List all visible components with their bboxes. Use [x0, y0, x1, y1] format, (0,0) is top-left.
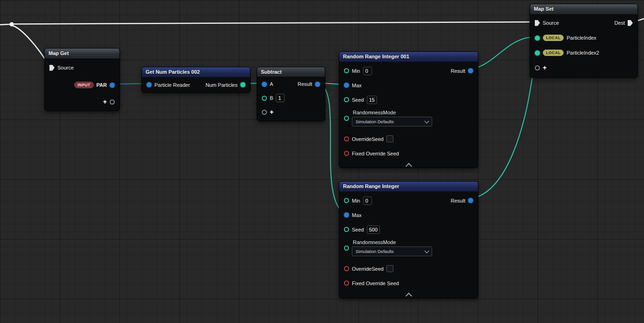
- rri-randomness-mode-pin[interactable]: [344, 246, 349, 251]
- rri-max-label: Max: [352, 212, 362, 218]
- input-namespace-badge: INPUT: [74, 82, 94, 88]
- rri001-seed-value-field[interactable]: 15: [367, 96, 377, 104]
- rri001-result-label: Result: [451, 68, 465, 74]
- rri-override-seed-label: OverrideSeed: [352, 266, 384, 272]
- rri-randomness-mode-label: RandomnessMode: [352, 239, 432, 245]
- rri001-min-label: Min: [352, 68, 360, 74]
- rri-randomness-mode-dropdown[interactable]: Simulation Defaults: [352, 246, 432, 256]
- rri001-seed-input-pin[interactable]: [344, 97, 349, 102]
- rri001-min-input-pin[interactable]: [344, 68, 349, 73]
- map-get-add-pin[interactable]: [110, 99, 115, 105]
- map-set-particleindex2-input-pin[interactable]: [535, 50, 540, 56]
- rri001-randomness-mode-label: RandomnessMode: [352, 110, 432, 115]
- chevron-up-icon: [405, 293, 412, 299]
- chevron-down-icon: [425, 248, 429, 253]
- map-set-particleindex-input-pin[interactable]: [535, 35, 540, 41]
- rri-result-output-pin[interactable]: [468, 198, 473, 203]
- map-get-source-label: Source: [57, 65, 74, 70]
- chevron-down-icon: [425, 119, 429, 123]
- wire-exec-main[interactable]: [14, 22, 536, 24]
- map-set-particleindex2-label: ParticleIndex2: [567, 50, 599, 56]
- subtract-add-pin-button[interactable]: +: [270, 109, 273, 115]
- rri001-override-seed-pin[interactable]: [344, 136, 349, 141]
- rri-randomness-mode-value: Simulation Defaults: [356, 249, 394, 254]
- map-set-dest-label: Dest: [614, 20, 625, 26]
- rri-fixed-override-seed-pin[interactable]: [344, 281, 349, 286]
- map-get-param-label: PAR: [97, 82, 107, 88]
- node-subtract-header[interactable]: Subtract: [257, 67, 325, 77]
- subtract-add-pin[interactable]: [262, 110, 267, 115]
- subtract-b-value-field[interactable]: 1: [276, 94, 285, 102]
- node-map-set-header[interactable]: Map Set: [530, 4, 637, 14]
- rri-seed-input-pin[interactable]: [344, 227, 349, 232]
- wire-exec-left-stub[interactable]: [0, 24, 10, 25]
- rri-result-label: Result: [451, 198, 465, 204]
- node-get-num-particles-002[interactable]: Get Num Particles 002 Particle Reader Nu…: [141, 67, 251, 93]
- map-get-param-output-pin[interactable]: [110, 83, 115, 88]
- num-particles-output-pin[interactable]: [240, 82, 245, 87]
- node-get-num-particles-header[interactable]: Get Num Particles 002: [142, 67, 250, 77]
- rri-min-input-pin[interactable]: [344, 198, 349, 203]
- rri001-randomness-mode-value: Simulation Defaults: [356, 119, 394, 124]
- node-map-get-title: Map Get: [49, 50, 69, 56]
- node-rri001-header[interactable]: Random Range Integer 001: [339, 52, 478, 62]
- map-set-add-pin-button[interactable]: +: [543, 64, 546, 71]
- rri-fixed-override-seed-label: Fixed Override Seed: [352, 281, 399, 286]
- map-set-source-label: Source: [543, 20, 559, 26]
- rri-max-input-pin[interactable]: [344, 212, 349, 218]
- subtract-b-label: B: [270, 95, 273, 101]
- wire-reroute-node[interactable]: [10, 22, 14, 27]
- particle-reader-label: Particle Reader: [154, 82, 190, 88]
- rri-seed-label: Seed: [352, 227, 364, 232]
- map-get-add-pin-button[interactable]: +: [103, 98, 107, 105]
- map-get-source-exec-pin[interactable]: [49, 65, 55, 71]
- local-namespace-badge: LOCAL: [543, 49, 564, 56]
- rri001-result-output-pin[interactable]: [468, 68, 473, 73]
- subtract-a-label: A: [270, 81, 273, 87]
- node-rri-header[interactable]: Random Range Integer: [339, 182, 478, 192]
- node-map-get[interactable]: Map Get Source INPUT PAR +: [44, 48, 120, 111]
- particle-reader-input-pin[interactable]: [147, 82, 152, 87]
- rri-override-seed-pin[interactable]: [344, 266, 349, 271]
- rri001-seed-label: Seed: [352, 97, 364, 103]
- rri001-min-value-field[interactable]: 0: [363, 67, 372, 75]
- node-map-get-header[interactable]: Map Get: [45, 49, 119, 59]
- node-map-set-title: Map Set: [534, 6, 553, 12]
- rri001-randomness-mode-dropdown[interactable]: Simulation Defaults: [352, 117, 432, 126]
- rri001-collapse-button[interactable]: [339, 161, 478, 170]
- node-get-num-particles-title: Get Num Particles 002: [146, 69, 200, 75]
- rri-min-value-field[interactable]: 0: [363, 197, 372, 205]
- subtract-a-input-pin[interactable]: [262, 82, 267, 87]
- map-set-source-exec-pin[interactable]: [535, 20, 540, 26]
- node-subtract-title: Subtract: [261, 69, 282, 75]
- rri-seed-value-field[interactable]: 500: [367, 225, 380, 234]
- rri001-max-label: Max: [352, 83, 362, 88]
- rri001-fixed-override-seed-label: Fixed Override Seed: [352, 151, 399, 156]
- rri001-fixed-override-seed-pin[interactable]: [344, 151, 349, 156]
- chevron-up-icon: [405, 163, 412, 169]
- rri-collapse-button[interactable]: [339, 290, 478, 300]
- num-particles-label: Num Particles: [206, 82, 238, 88]
- subtract-result-output-pin[interactable]: [315, 82, 320, 87]
- node-random-range-integer[interactable]: Random Range Integer Min 0 Result Max Se…: [339, 181, 478, 298]
- rri001-override-seed-checkbox[interactable]: [386, 135, 393, 142]
- rri001-override-seed-label: OverrideSeed: [352, 136, 384, 142]
- local-namespace-badge: LOCAL: [543, 35, 564, 41]
- rri-override-seed-checkbox[interactable]: [386, 265, 393, 272]
- rri-min-label: Min: [352, 198, 360, 204]
- rri001-randomness-mode-pin[interactable]: [344, 116, 349, 121]
- map-set-dest-exec-pin[interactable]: [628, 20, 633, 26]
- rri001-max-input-pin[interactable]: [344, 83, 349, 88]
- map-set-particleindex-label: ParticleIndex: [567, 35, 596, 41]
- node-rri001-title: Random Range Integer 001: [343, 54, 409, 59]
- node-map-set[interactable]: Map Set Source Dest LOCAL ParticleIndex …: [530, 4, 638, 78]
- subtract-b-input-pin[interactable]: [262, 96, 267, 101]
- graph-canvas[interactable]: { "nodes": { "map_get": { "title": "Map …: [0, 0, 644, 323]
- node-subtract[interactable]: Subtract A Result B 1 +: [257, 67, 325, 121]
- subtract-result-label: Result: [298, 81, 312, 87]
- map-set-add-pin[interactable]: [535, 65, 540, 70]
- node-random-range-integer-001[interactable]: Random Range Integer 001 Min 0 Result Ma…: [339, 51, 478, 168]
- node-rri-title: Random Range Integer: [343, 183, 399, 189]
